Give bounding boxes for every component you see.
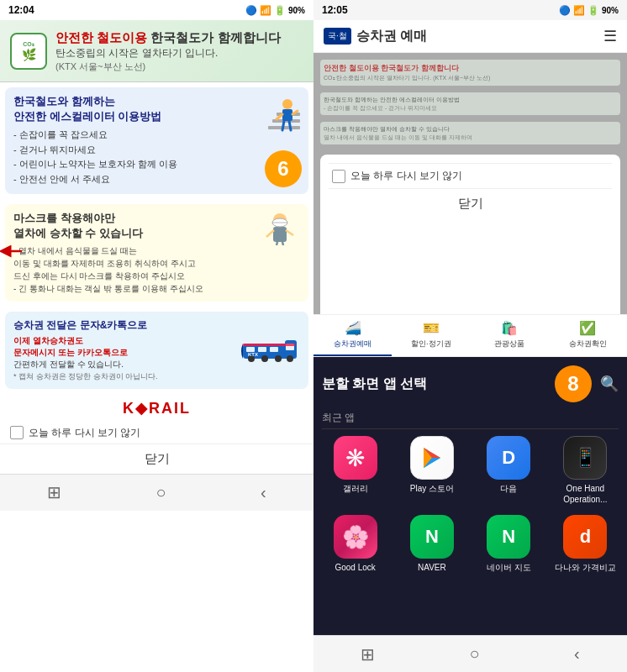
ticket-body3: 간편하게 전달할 수 있습니다.	[13, 360, 124, 369]
svg-point-3	[282, 99, 292, 109]
app-grid: ❋ 갤러리 Play 스토어 D 다음	[322, 436, 619, 573]
phone-left: 12:04 🔵 📶 🔋 90% CO₂ 🌿 안전한 철도이용 한국철도가 함께합…	[0, 0, 314, 672]
time-left: 12:04	[8, 4, 34, 16]
app-item-naver[interactable]: N NAVER	[398, 515, 465, 573]
discount-icon: 🎫	[423, 320, 440, 336]
ticket-title: 승차권 전달은 문자&카톡으로	[13, 318, 234, 333]
status-icons-right: 🔵 📶 🔋 90%	[559, 5, 619, 16]
mask-card-wrapper: 마스크를 착용해야만 열차에 승차할 수 있습니다 - 열차 내에서 음식물을 …	[0, 199, 314, 307]
app-item-naver-map[interactable]: N 네이버 지도	[476, 515, 542, 573]
goodlock-label: Good Lock	[335, 562, 375, 573]
phone-right: 12:05 🔵 📶 🔋 90% 국·철 승차권 예매 ☰ 안전한 철도이용 한국…	[314, 0, 627, 672]
onehand-label: One Hand Operation...	[552, 483, 619, 505]
gallery-label: 갤러리	[343, 483, 368, 494]
nav-bar-left: ⊞ ○ ‹	[0, 474, 314, 511]
status-bar-left: 12:04 🔵 📶 🔋 90%	[0, 0, 314, 20]
tourism-icon: 🛍️	[501, 320, 518, 336]
arrow-annotation	[0, 239, 24, 267]
booking-icon: 🚄	[345, 320, 361, 336]
app-item-goodlock[interactable]: 🌸 Good Lock	[322, 515, 388, 573]
nav-bar-right: ⊞ ○ ‹	[314, 635, 627, 672]
tab-tourism[interactable]: 🛍️ 관광상품	[471, 315, 549, 356]
card1-title: 한국철도와 함께하는 안전한 에스컬레이터 이용방법	[13, 94, 300, 124]
confirm-icon: ✅	[579, 320, 596, 336]
small-card-1: 안전한 철도이용 한국철도가 함께합니다 CO₂ 탄소중립의 시작은 열차타기 …	[320, 60, 620, 86]
svg-point-26	[275, 355, 282, 362]
app-item-daum[interactable]: D 다음	[476, 436, 542, 505]
small-card-3: 마스크를 착용해야만 열차에 승차할 수 있습니다 열차 내에서 음식물을 드실…	[320, 122, 620, 144]
korail-logo: K◆RAIL	[0, 394, 314, 423]
card1-list: - 손잡이를 꼭 잡으세요 - 걷거나 뛰지마세요 - 어린이나 노약자는 보호…	[13, 128, 300, 186]
escalator-figure	[264, 94, 302, 140]
small-card-2: 한국철도와 함께하는 안전한 에스컬레이터 이용방법 - 손잡이를 꼭 잡으세요…	[320, 92, 620, 115]
app-selector: 분할 화면 앱 선택 8 🔍 최근 앱 ❋ 갤러리	[314, 357, 627, 635]
svg-rect-22	[270, 347, 278, 352]
app-item-onehand[interactable]: 📱 One Hand Operation...	[552, 436, 619, 505]
scan-icon-left[interactable]: ⊞	[47, 482, 61, 502]
ticket-note: * 캡쳐 승차권은 정당한 승차권이 아닙니다.	[13, 372, 158, 381]
modal-checkbox-row[interactable]: 오늘 하루 다시 보기 않기	[329, 163, 612, 188]
app-selector-title: 분할 화면 앱 선택	[322, 375, 427, 393]
mask-title: 마스크를 착용해야만 열차에 승차할 수 있습니다	[13, 211, 255, 241]
ktx-header-actions: ☰	[603, 27, 617, 45]
daum-icon: D	[487, 436, 530, 480]
back-icon-left[interactable]: ‹	[261, 483, 266, 502]
playstore-icon	[410, 436, 454, 480]
svg-point-27	[287, 355, 293, 362]
svg-line-17	[286, 230, 293, 235]
app-selector-header: 분할 화면 앱 선택 8 🔍	[322, 365, 619, 402]
back-icon-right[interactable]: ‹	[574, 644, 580, 664]
danawa-icon: d	[563, 515, 607, 559]
tab-confirm[interactable]: ✅ 승차권확인	[549, 315, 627, 356]
danawa-label: 다나와 가격비교	[555, 562, 616, 573]
naver-icon: N	[410, 515, 454, 559]
app-item-playstore[interactable]: Play 스토어	[398, 436, 465, 505]
app-item-gallery[interactable]: ❋ 갤러리	[322, 436, 388, 505]
app-search-icon[interactable]: 🔍	[600, 375, 619, 393]
ktx-logo: 국·철	[324, 28, 351, 45]
modal-close-button[interactable]: 닫기	[329, 188, 612, 218]
playstore-label: Play 스토어	[410, 483, 454, 494]
korail-header: CO₂ 🌿 안전한 철도이용 한국철도가 함께합니다 탄소중립의 시작은 열차타…	[0, 20, 314, 82]
close-button-left[interactable]: 닫기	[0, 444, 314, 474]
goodlock-icon: 🌸	[334, 515, 377, 559]
modal-checkbox[interactable]	[332, 170, 345, 183]
status-icons-left: 🔵 📶 🔋 90%	[245, 5, 305, 16]
tab-booking[interactable]: 🚄 승차권예매	[314, 315, 392, 356]
status-bar-right: 12:05 🔵 📶 🔋 90%	[314, 0, 627, 20]
time-right: 12:05	[322, 4, 348, 16]
mask-list: - 열차 내에서 음식물을 드실 때는 이동 및 대화를 자제하며 조용히 취식…	[13, 244, 255, 295]
header-title: 안전한 철도이용 한국철도가 함께합니다	[55, 29, 303, 46]
tab-discount[interactable]: 🎫 할인·정기권	[392, 315, 470, 356]
tab-discount-label: 할인·정기권	[411, 339, 451, 349]
step6-badge: 6	[265, 150, 302, 187]
naver-label: NAVER	[418, 562, 446, 573]
checkbox-label-left: 오늘 하루 다시 보기 않기	[29, 426, 140, 440]
recent-apps-label: 최근 앱	[322, 411, 619, 429]
menu-icon[interactable]: ☰	[603, 27, 617, 45]
modal-background-content: 안전한 철도이용 한국철도가 함께합니다 CO₂ 탄소중립의 시작은 열차타기 …	[314, 53, 627, 155]
checkbox-left[interactable]	[10, 426, 24, 439]
train-image: KTX	[241, 333, 300, 367]
header-body: 탄소중립의 시작은 열차타기 입니다.	[55, 46, 303, 60]
tab-booking-label: 승차권예매	[334, 339, 371, 349]
daum-label: 다음	[500, 483, 517, 494]
modal-checkbox-label: 오늘 하루 다시 보기 않기	[350, 169, 462, 183]
svg-line-7	[282, 121, 284, 130]
scan-icon-right[interactable]: ⊞	[361, 644, 375, 664]
app-item-danawa[interactable]: d 다나와 가격비교	[552, 515, 619, 573]
svg-rect-28	[243, 344, 295, 346]
step8-badge: 8	[555, 365, 592, 402]
ktx-header: 국·철 승차권 예매 ☰	[314, 20, 627, 53]
ticket-body1: 이제 열차승차권도	[13, 336, 83, 345]
ktx-title: 승차권 예매	[356, 28, 427, 45]
home-icon-left[interactable]: ○	[156, 483, 166, 502]
modal-box: 오늘 하루 다시 보기 않기 닫기	[320, 155, 620, 314]
modal-area: 안전한 철도이용 한국철도가 함께합니다 CO₂ 탄소중립의 시작은 열차타기 …	[314, 53, 627, 314]
checkbox-row-left[interactable]: 오늘 하루 다시 보기 않기	[0, 423, 314, 444]
home-icon-right[interactable]: ○	[470, 644, 480, 664]
mask-figure	[260, 211, 300, 261]
svg-rect-4	[282, 109, 292, 121]
svg-text:KTX: KTX	[248, 352, 258, 357]
ktx-tabs: 🚄 승차권예매 🎫 할인·정기권 🛍️ 관광상품 ✅ 승차권확인	[314, 314, 627, 357]
